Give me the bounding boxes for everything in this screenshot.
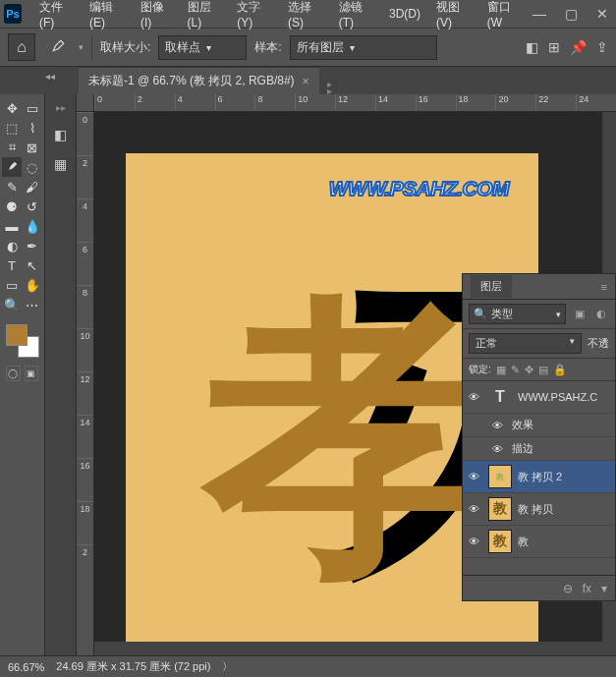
document-tab[interactable]: 未标题-1 @ 66.7% (教 拷贝 2, RGB/8#) × <box>79 67 319 94</box>
lock-pixels-icon[interactable]: ▦ <box>496 364 506 376</box>
layer-fx-row[interactable]: 👁 效果 <box>463 414 615 437</box>
panel-collapse-icon[interactable]: ▸▸ <box>56 102 66 113</box>
healing-tool[interactable]: ✎ <box>2 177 22 197</box>
menu-file[interactable]: 文件(F) <box>31 0 82 33</box>
menu-select[interactable]: 选择(S) <box>280 0 331 33</box>
blur-tool[interactable]: 💧 <box>23 216 42 236</box>
toolbox-collapse-icon[interactable]: ◂◂ <box>45 71 55 82</box>
layer-thumb[interactable]: 教 <box>488 465 512 488</box>
color-panel-icon[interactable]: ◧ <box>54 127 67 142</box>
share-icon[interactable]: ⇪ <box>596 39 608 55</box>
grid-icon[interactable]: ⊞ <box>548 39 560 55</box>
sample-layers-select[interactable]: 所有图层 <box>290 35 437 60</box>
doc-dimensions[interactable]: 24.69 厘米 x 31.75 厘米 (72 ppi) <box>56 659 210 674</box>
menu-window[interactable]: 窗口(W <box>479 0 530 33</box>
menu-view[interactable]: 视图(V) <box>428 0 479 33</box>
lock-artboard-icon[interactable]: ▤ <box>538 364 548 376</box>
layer-name[interactable]: 教 <box>518 535 609 549</box>
layer-thumb[interactable]: 教 <box>488 530 512 553</box>
crop-tool[interactable]: ⌗ <box>2 138 22 157</box>
layer-thumb[interactable]: 教 <box>488 497 512 521</box>
eyedropper-icon[interactable] <box>43 33 71 61</box>
visibility-icon[interactable]: 👁 <box>469 391 482 403</box>
artboard-tool[interactable]: ▭ <box>23 98 42 118</box>
menu-layer[interactable]: 图层(L) <box>180 0 230 33</box>
chevron-down-icon[interactable]: ▾ <box>79 42 84 52</box>
tab-close-icon[interactable]: × <box>303 75 309 88</box>
color-swatches[interactable] <box>2 322 42 362</box>
menu-type[interactable]: 文字(Y) <box>229 0 280 33</box>
history-brush-tool[interactable]: ↺ <box>23 197 42 216</box>
lock-position-icon[interactable]: ✎ <box>511 364 520 376</box>
menu-3d[interactable]: 3D(D) <box>381 3 428 25</box>
layers-tab[interactable]: 图层 <box>471 275 512 298</box>
panel-menu-icon[interactable]: ≡ <box>601 281 607 293</box>
sample-size-label: 取样大小: <box>100 39 150 56</box>
layer-row-text[interactable]: 👁 T WWW.PSAHZ.C <box>463 381 615 414</box>
layer-name[interactable]: 教 拷贝 <box>518 502 609 517</box>
lock-move-icon[interactable]: ✥ <box>525 364 533 376</box>
layer-fx-icon[interactable]: fx <box>583 582 591 595</box>
layer-filter-select[interactable]: 🔍类型 <box>469 304 566 324</box>
visibility-icon[interactable]: 👁 <box>492 443 506 455</box>
link-layers-icon[interactable]: ⊖ <box>563 582 573 595</box>
pen-tool[interactable]: ✒ <box>23 236 42 255</box>
dodge-tool[interactable]: ◐ <box>2 236 22 255</box>
layer-fx-stroke-row[interactable]: 👁 描边 <box>463 437 615 461</box>
layer-row[interactable]: 👁 教 教 拷贝 <box>463 493 615 526</box>
eyedropper-tool[interactable] <box>2 157 22 177</box>
menu-filter[interactable]: 滤镜(T) <box>331 0 381 33</box>
layer-fx-label: 效果 <box>512 418 609 432</box>
ruler-origin[interactable] <box>77 94 94 112</box>
canvas-char-front: 孝 <box>204 291 499 586</box>
ruler-vertical[interactable]: 0246810121416182 <box>77 112 94 655</box>
brush-tool[interactable]: 🖌 <box>23 177 42 197</box>
layer-name[interactable]: WWW.PSAHZ.C <box>518 391 609 403</box>
layer-row[interactable]: 👁 教 教 <box>463 526 615 558</box>
type-tool[interactable]: T <box>2 255 22 275</box>
layer-row[interactable]: 👁 教 教 拷贝 2 <box>463 461 615 493</box>
frame-tool[interactable]: ⊠ <box>23 138 42 157</box>
visibility-icon[interactable]: 👁 <box>469 503 482 515</box>
close-icon[interactable]: ✕ <box>592 6 612 22</box>
app-logo: Ps <box>4 4 22 24</box>
menu-image[interactable]: 图像(I) <box>133 0 180 33</box>
quick-mask-icon[interactable]: ◯ <box>6 366 21 381</box>
gradient-tool[interactable]: ▬ <box>2 216 22 236</box>
marquee-tool[interactable]: ⬚ <box>2 118 22 138</box>
edit-toolbar[interactable]: ⋯ <box>23 295 42 314</box>
filter-pixel-icon[interactable]: ▣ <box>572 307 588 322</box>
maximize-icon[interactable]: ▢ <box>561 6 581 22</box>
blend-mode-select[interactable]: 正常 <box>469 333 582 354</box>
path-tool[interactable]: ↖ <box>23 255 42 275</box>
quickselect-tool[interactable]: ◌ <box>23 157 42 177</box>
tab-overflow[interactable]: ▸▸ <box>327 81 332 94</box>
menu-edit[interactable]: 编辑(E) <box>82 0 133 33</box>
zoom-tool[interactable]: 🔍 <box>2 295 22 314</box>
move-tool[interactable]: ✥ <box>2 98 22 118</box>
ruler-horizontal[interactable]: 024681012141618202224 <box>94 94 616 112</box>
foreground-swatch[interactable] <box>6 324 28 346</box>
pin-icon[interactable]: 📌 <box>570 39 587 55</box>
visibility-icon[interactable]: 👁 <box>469 471 482 482</box>
scrollbar-horizontal[interactable] <box>94 642 602 655</box>
filter-adjust-icon[interactable]: ◐ <box>593 307 609 322</box>
visibility-icon[interactable]: 👁 <box>469 536 482 547</box>
layer-menu-icon[interactable]: ▾ <box>601 582 607 595</box>
swatches-panel-icon[interactable]: ▦ <box>54 156 67 172</box>
lock-all-icon[interactable]: 🔒 <box>553 364 567 376</box>
hand-tool[interactable]: ✋ <box>23 275 42 295</box>
zoom-level[interactable]: 66.67% <box>8 661 44 673</box>
sample-ring-icon[interactable]: ◧ <box>526 39 538 55</box>
home-button[interactable]: ⌂ <box>8 33 35 61</box>
shape-tool[interactable]: ▭ <box>2 275 22 295</box>
minimize-icon[interactable]: — <box>530 6 549 22</box>
visibility-icon[interactable]: 👁 <box>492 420 506 431</box>
sample-size-select[interactable]: 取样点 <box>158 35 247 60</box>
clone-tool[interactable]: ⚈ <box>2 197 22 216</box>
status-arrow-icon[interactable]: 〉 <box>222 659 233 674</box>
screen-mode-icon[interactable]: ▣ <box>25 366 39 381</box>
layer-name[interactable]: 教 拷贝 2 <box>518 470 609 484</box>
lasso-tool[interactable]: ⌇ <box>23 118 42 138</box>
toolbox: ✥ ▭ ⬚ ⌇ ⌗ ⊠ ◌ ✎ 🖌 ⚈ ↺ ▬ 💧 ◐ ✒ T ↖ ▭ ✋ 🔍 … <box>0 94 45 655</box>
